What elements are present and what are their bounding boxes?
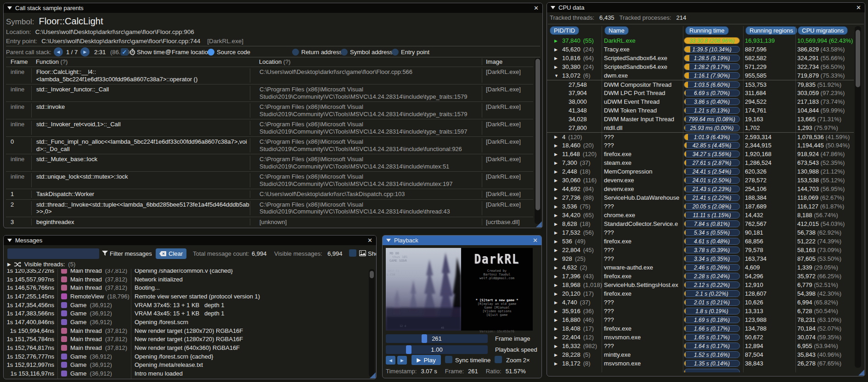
- cpu-row[interactable]: ▶17,532(56)???5.34 s (0.55%)90,18156,738…: [547, 228, 854, 237]
- collapse-icon[interactable]: [7, 6, 12, 10]
- radio-return-address-label[interactable]: Return address: [301, 49, 342, 56]
- resize-grip[interactable]: [536, 221, 542, 227]
- collapse-icon[interactable]: [551, 6, 555, 9]
- cpu-row[interactable]: ▶28,228(5)mintty.exe1.52 s (0.16%)87,504…: [547, 350, 854, 359]
- message-row[interactable]: 1s 147,354,456nsGame(36,912)VRAM 37x45: …: [4, 301, 370, 309]
- expand-arrow-icon[interactable]: ▶: [554, 56, 559, 61]
- message-row[interactable]: 1s 151,754,784nsMain thread(37,812)New r…: [4, 335, 370, 344]
- cpu-row[interactable]: ▶18,408(17)firefox.exe1.66 s (0.17%)134,…: [547, 324, 854, 333]
- expand-arrow-icon[interactable]: ▶: [554, 257, 559, 261]
- callstack-row[interactable]: inlinestd::_Mutex_base::lockC:\Program F…: [6, 154, 533, 171]
- cpu-row[interactable]: ▶4,740(37)???2.01 s (0.21%)10,6266,994 (…: [547, 298, 854, 307]
- cpu-row[interactable]: ▶4,632(2)vmware-authd.exe2.46 s (0.26%)4…: [547, 263, 854, 272]
- cpu-row[interactable]: ▶16,880(46)???1.69 s (0.18%)123,98878,23…: [547, 315, 854, 324]
- expand-arrow-icon[interactable]: ▶: [554, 239, 559, 244]
- expand-icon[interactable]: ▶: [7, 262, 11, 267]
- play-button[interactable]: ▶Play: [411, 355, 441, 365]
- cpu-row[interactable]: ▶37,840(55)DarkRL.exe33:30.8 (208.96%)16…: [547, 36, 854, 45]
- cpu-row[interactable]: ▶34,420(65)chrome.exe11.11 s (1.15%)14,4…: [547, 211, 854, 219]
- radio-entry-point[interactable]: [392, 49, 399, 56]
- expand-arrow-icon[interactable]: ▶: [554, 265, 559, 270]
- expand-arrow-icon[interactable]: ▶: [554, 169, 559, 174]
- radio-return-address[interactable]: [292, 49, 299, 56]
- cpu-row[interactable]: ▶27,736(88)ServiceHub.DataWarehouse21.41…: [547, 193, 854, 202]
- visible-threads-label[interactable]: Visible threads:: [24, 261, 65, 268]
- col-name[interactable]: Name: [604, 26, 629, 35]
- cpu-row[interactable]: ▶928(25)???3.34 s (0.35%)163,73487,605 (…: [547, 254, 854, 263]
- expand-arrow-icon[interactable]: ▶: [554, 178, 559, 183]
- callstack-row[interactable]: 0std::_Func_impl_no_alloc<<lambda_5bc224…: [6, 136, 533, 154]
- cpu-row[interactable]: ▶8,628(18)StandardCollector.Service.e7.8…: [547, 219, 854, 228]
- sync-timeline-checkbox[interactable]: [445, 356, 452, 363]
- cpu-row[interactable]: ▶16,332(982)???1.64 s (0.17%)12,8946,955…: [547, 342, 854, 350]
- callstack-row[interactable]: 2std::thread::_Invoke<std::tuple<<lambda…: [6, 199, 533, 217]
- expand-arrow-icon[interactable]: ▶: [554, 135, 559, 139]
- col-running-time[interactable]: Running time: [685, 26, 729, 35]
- message-row[interactable]: 1s 150,994,64nsMain thread(37,812)New re…: [4, 326, 370, 335]
- callstack-row[interactable]: inlinestd::invokeC:\Program Files (x86)\…: [6, 101, 533, 119]
- expand-arrow-icon[interactable]: ▶: [554, 300, 559, 305]
- next-frame-button[interactable]: ▶: [80, 47, 90, 56]
- filter-input[interactable]: [7, 248, 99, 259]
- message-row[interactable]: 1s 152,912,997nsGame(36,912)Opening /met…: [4, 361, 370, 370]
- cpu-row[interactable]: ▶22,404(12)msvsmon.exe1.65 s (0.17%)50,6…: [547, 333, 854, 342]
- cpu-row[interactable]: ▶3,536(75)???20.05 s (2.08%)187,689116,1…: [547, 202, 854, 211]
- expand-arrow-icon[interactable]: ▶: [554, 65, 559, 69]
- callstack-row[interactable]: inlinestd::unique_lock<std::mutex>::lock…: [6, 171, 533, 189]
- message-row[interactable]: 1s 120,335,272nsMain thread(37,812)Openi…: [4, 269, 370, 275]
- clear-button[interactable]: Clear: [156, 248, 186, 259]
- expand-arrow-icon[interactable]: ▶: [554, 161, 559, 165]
- col-cpu-migrations[interactable]: CPU migrations: [798, 26, 848, 35]
- show-time-label[interactable]: Show time: [137, 49, 165, 56]
- close-icon[interactable]: ✕: [856, 5, 861, 11]
- cpu-row[interactable]: ▶4(120)???1:01.9 (6.43%)2,593,3141,078,5…: [547, 132, 854, 141]
- cpu-row[interactable]: ▶11,648(120)firefox.exe34.27 s (3.56%)1,…: [547, 150, 854, 158]
- collapse-icon[interactable]: [7, 239, 12, 242]
- callstack-scrollbar[interactable]: [535, 58, 541, 224]
- radio-entry-point-label[interactable]: Entry point: [401, 49, 429, 56]
- expand-arrow-icon[interactable]: ▶: [554, 344, 559, 348]
- expand-arrow-icon[interactable]: ▶: [554, 39, 559, 43]
- prev-frame-button[interactable]: ◀: [54, 47, 63, 56]
- callstack-row[interactable]: inlineFloor::CalcLight::__l4::<lambda_5b…: [6, 67, 533, 84]
- step-forward-button[interactable]: ▶: [397, 356, 407, 365]
- callstack-row[interactable]: 1TaskDispatch::WorkerC:\Users\wolf\Deskt…: [6, 189, 533, 199]
- cpu-row[interactable]: 34,028DWM Master Input Thread799.64 ms (…: [547, 115, 854, 124]
- cpu-row[interactable]: ▶2,448(18)MemCompression24.41 s (2.54%)6…: [547, 167, 854, 176]
- expand-arrow-icon[interactable]: ▶: [554, 274, 559, 279]
- expand-arrow-icon[interactable]: ▶: [554, 152, 559, 157]
- cpu-titlebar[interactable]: CPU data ✕: [547, 3, 865, 12]
- expand-arrow-icon[interactable]: ▶: [554, 318, 559, 322]
- expand-arrow-icon[interactable]: ▶: [554, 187, 559, 191]
- close-icon[interactable]: ✕: [367, 237, 372, 243]
- cpu-row[interactable]: ▶18,172(8)msvsmon.exe1.35 s (0.14%)38,84…: [547, 359, 854, 368]
- show-time-checkbox[interactable]: ✓: [121, 48, 128, 56]
- cpu-row[interactable]: ▶18,968(1,018)ServiceHub.SettingsHost.ex…: [547, 281, 854, 289]
- expand-arrow-icon[interactable]: ▶: [554, 283, 559, 287]
- radio-symbol-address[interactable]: [341, 49, 348, 56]
- resize-grip[interactable]: [858, 370, 864, 376]
- cpu-row[interactable]: 27,800ntdll.dll25.93 ms (0.00%)1,7021,29…: [547, 124, 854, 132]
- expand-arrow-icon[interactable]: ▶: [554, 204, 559, 209]
- cpu-row[interactable]: [547, 368, 854, 372]
- expand-arrow-icon[interactable]: ▶: [554, 309, 559, 314]
- cpu-row[interactable]: ▶44,692(84)devenv.exe21.43 s (2.23%)254,…: [547, 185, 854, 193]
- message-row[interactable]: 1s 153,116,97nsGame(36,912)Intro menu lo…: [4, 369, 370, 378]
- expand-arrow-icon[interactable]: ▶: [554, 230, 559, 235]
- cpu-row[interactable]: ▶30,380(24)ScriptedSandbox64.exe1:28.2 (…: [547, 62, 854, 71]
- cpu-row[interactable]: ▶20,120(17)firefox.exe2.1 s (0.22%)128,6…: [547, 289, 854, 298]
- message-row[interactable]: 1s 147,400,846nsGame(36,912)Opening /for…: [4, 318, 370, 326]
- cpu-row[interactable]: ▶45,620(24)Tracy.exe1:39.5 (10.34%)887,5…: [547, 45, 854, 54]
- message-row[interactable]: 1s 147,255,145nsRemoteView(18,796)Remote…: [4, 292, 370, 301]
- expand-arrow-icon[interactable]: ▶: [554, 222, 559, 226]
- playback-titlebar[interactable]: Playback ✕: [383, 236, 541, 245]
- expand-arrow-icon[interactable]: ▶: [554, 213, 559, 218]
- sync-timeline-label[interactable]: Sync timeline: [455, 357, 490, 364]
- cpu-row[interactable]: ▶30,060(116)devenv.exe24.01 s (2.50%)278…: [547, 176, 854, 185]
- expand-arrow-icon[interactable]: ▶: [554, 196, 559, 200]
- collapse-arrow-icon[interactable]: ▼: [554, 73, 559, 78]
- frame-image-slider[interactable]: 261: [386, 334, 488, 343]
- cpu-row[interactable]: ▶35,916(36)???1.8 s (0.19%)13,3136,728 (…: [547, 307, 854, 315]
- zoom-2x-label[interactable]: Zoom 2×: [506, 357, 530, 364]
- expand-arrow-icon[interactable]: ▶: [554, 143, 559, 148]
